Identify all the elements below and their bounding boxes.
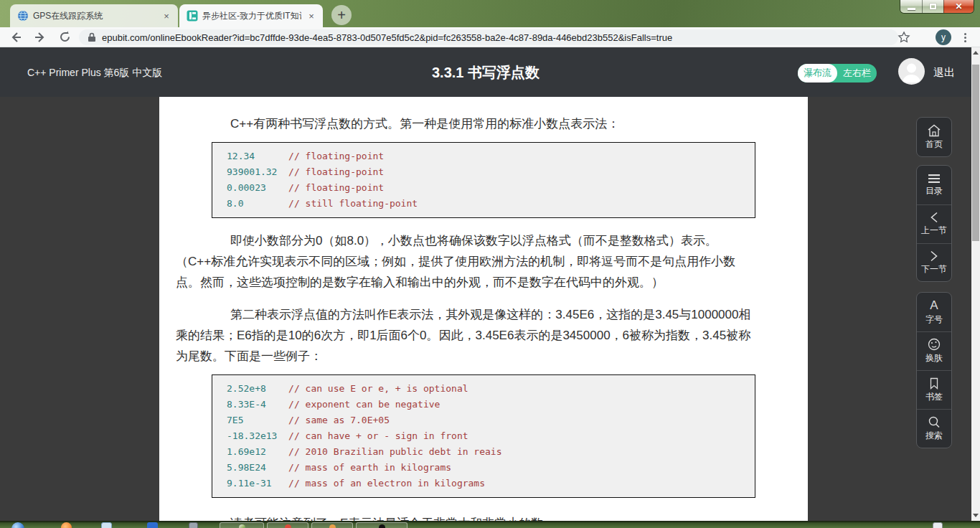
code-line: 8.0// still floating-point: [227, 196, 749, 212]
taskbar-app-icon[interactable]: [147, 522, 158, 528]
chevron-right-icon: [930, 250, 938, 262]
person-icon: [898, 58, 925, 85]
forward-arrow-icon: [34, 31, 47, 44]
code-line: 7E5// same as 7.0E+05: [227, 412, 749, 428]
bookmark-star-icon[interactable]: [897, 30, 911, 44]
rail-home-button[interactable]: 首页: [916, 117, 952, 157]
desktop: GPS在线跟踪系统 × 异步社区-致力于优质IT知识的出 × + ✕: [0, 0, 980, 528]
scroll-down-arrow[interactable]: [971, 510, 980, 521]
code-block-enotation: 2.52e+8// can use E or e, + is optional …: [212, 374, 755, 498]
address-bar[interactable]: epubit.com/onlineEbookReader?id=bc7dffde…: [79, 29, 898, 45]
rail-search-button[interactable]: 搜索: [917, 409, 951, 448]
browser-tab-gps[interactable]: GPS在线跟踪系统 ×: [10, 4, 178, 27]
new-tab-button[interactable]: +: [331, 5, 352, 25]
ebook-reader-page: C++ Primer Plus 第6版 中文版 3.3.1 书写浮点数 瀑布流 …: [0, 47, 971, 521]
forward-button[interactable]: [32, 29, 49, 46]
back-arrow-icon: [9, 31, 22, 44]
minimize-button[interactable]: [900, 0, 922, 13]
epubit-favicon-icon: [187, 10, 198, 22]
rail-label: 书签: [925, 391, 943, 403]
rail-next-section-button[interactable]: 下一节: [917, 243, 951, 282]
taskbar-app-icon[interactable]: [189, 522, 198, 528]
browser-toolbar: epubit.com/onlineEbookReader?id=bc7dffde…: [0, 27, 980, 47]
scrollbar-thumb[interactable]: [972, 65, 979, 241]
start-orb-icon[interactable]: [11, 522, 24, 528]
rail-label: 换肤: [925, 352, 943, 364]
taskbar-app-button[interactable]: [220, 522, 264, 528]
url-text: epubit.com/onlineEbookReader?id=bc7dffde…: [102, 32, 672, 43]
tab-title: 异步社区-致力于优质IT知识的出: [202, 10, 301, 22]
windows-taskbar: [0, 521, 980, 528]
rail-toc-button[interactable]: 目录: [917, 166, 951, 204]
browser-tab-epubit-active[interactable]: 异步社区-致力于优质IT知识的出 ×: [179, 4, 323, 27]
close-icon: ✕: [955, 1, 962, 11]
rail-prev-section-button[interactable]: 上一节: [917, 204, 951, 243]
code-line: 0.00023// floating-point: [227, 180, 749, 196]
browser-menu-icon[interactable]: [958, 30, 971, 44]
rail-bookmark-button[interactable]: 书签: [917, 370, 951, 409]
logout-button[interactable]: 退出: [933, 66, 955, 80]
restore-icon: [930, 4, 936, 9]
minimize-icon: [908, 8, 915, 10]
taskbar-app-icon[interactable]: [101, 522, 112, 528]
rail-label: 字号: [925, 314, 943, 326]
taskbar-app-button[interactable]: [267, 522, 308, 528]
rail-font-size-button[interactable]: A 字号: [917, 293, 951, 331]
code-block-decimal: 12.34// floating-point 939001.32// float…: [212, 142, 755, 218]
toggle-columns[interactable]: 左右栏: [837, 64, 877, 82]
search-icon: [928, 415, 941, 428]
rail-label: 首页: [925, 138, 943, 151]
code-line: -18.32e13// can have + or - sign in fron…: [227, 428, 749, 444]
user-avatar[interactable]: [898, 58, 925, 85]
rail-label: 上一节: [921, 225, 947, 237]
close-button[interactable]: ✕: [943, 0, 974, 13]
paragraph: 即使小数部分为0（如8.0），小数点也将确保该数字以浮点格式（而不是整数格式）表…: [176, 230, 753, 293]
home-icon: [927, 124, 941, 137]
tab-close-icon[interactable]: ×: [161, 10, 172, 22]
rail-label: 下一节: [921, 263, 947, 275]
paragraph: 第二种表示浮点值的方法叫作E表示法，其外观是像这样的：3.45E6，这指的是3.…: [176, 304, 753, 367]
font-size-icon: A: [930, 299, 938, 312]
rail-label: 搜索: [925, 430, 943, 442]
back-button[interactable]: [7, 29, 24, 46]
taskbar-app-button[interactable]: [311, 522, 353, 528]
chevron-left-icon: [930, 212, 938, 223]
palette-icon: [928, 338, 941, 351]
page-scrollbar: [971, 47, 980, 521]
taskbar-app-icon[interactable]: [61, 522, 72, 528]
rail-theme-button[interactable]: 换肤: [917, 331, 951, 370]
globe-favicon-icon: [17, 10, 29, 22]
code-line: 939001.32// floating-point: [227, 164, 749, 180]
code-line: 1.69e12// 2010 Brazilian public debt in …: [227, 444, 749, 460]
rail-nav-group: 目录 上一节 下一节: [916, 165, 952, 282]
taskbar-app-button[interactable]: [356, 522, 407, 528]
rail-tools-group: A 字号 换肤 书签: [916, 292, 952, 448]
reader-header: C++ Primer Plus 第6版 中文版 3.3.1 书写浮点数 瀑布流 …: [0, 47, 971, 97]
tab-close-icon[interactable]: ×: [306, 10, 317, 22]
window-controls: ✕: [900, 0, 974, 14]
paragraph: C++有两种书写浮点数的方式。第一种是使用常用的标准小数点表示法：: [176, 113, 753, 134]
code-line: 12.34// floating-point: [227, 148, 749, 164]
scroll-up-arrow[interactable]: [971, 47, 980, 58]
bookmark-icon: [929, 377, 939, 390]
code-line: 8.33E-4// exponent can be negative: [227, 397, 749, 412]
code-line: 9.11e-31// mass of an electron in kilogr…: [227, 476, 749, 491]
rail-label: 目录: [925, 185, 943, 197]
paragraph: 读者可能注意到了，E表示法最适合于非常大和非常小的数。: [176, 513, 753, 521]
toggle-waterfall[interactable]: 瀑布流: [798, 64, 837, 82]
layout-toggle: 瀑布流 左右栏: [798, 64, 877, 82]
menu-icon: [927, 174, 941, 184]
tray-icon[interactable]: [933, 522, 943, 528]
browser-profile-avatar[interactable]: y: [936, 29, 951, 45]
lock-icon: [88, 32, 96, 42]
refresh-button[interactable]: [56, 29, 73, 46]
refresh-icon: [59, 31, 71, 43]
code-line: 2.52e+8// can use E or e, + is optional: [227, 381, 749, 397]
tab-title: GPS在线跟踪系统: [33, 10, 156, 22]
book-content: C++有两种书写浮点数的方式。第一种是使用常用的标准小数点表示法： 12.34/…: [159, 97, 808, 521]
code-line: 5.98E24// mass of earth in kilograms: [227, 460, 749, 476]
restore-button[interactable]: [922, 0, 943, 13]
